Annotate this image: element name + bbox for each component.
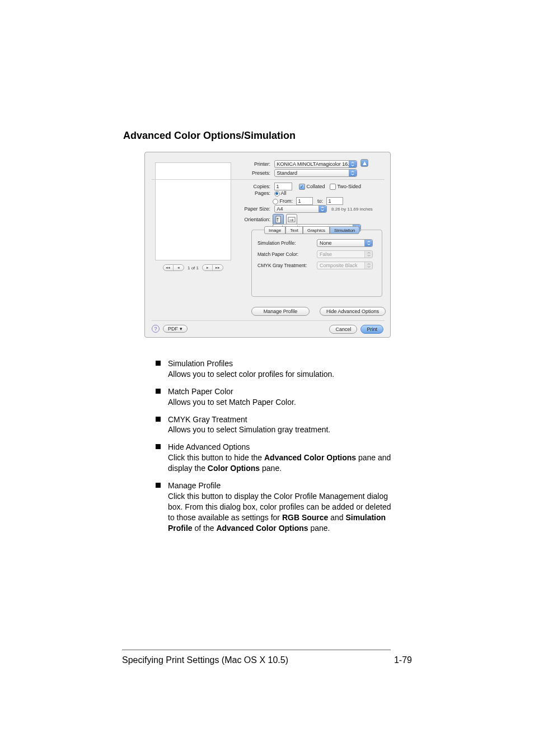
item-desc: Allows you to select Simulation gray tre… xyxy=(168,424,392,435)
pages-all-label: All xyxy=(281,190,287,196)
preview-pager: ◂◂◂ 1 of 1 ▸▸▸ xyxy=(155,264,231,271)
match-paper-value: False xyxy=(320,251,332,257)
pager-text: 1 of 1 xyxy=(188,265,199,270)
color-options-tabgroup: Image Text Graphics Simulation Simulatio… xyxy=(251,230,382,297)
cancel-button[interactable]: Cancel xyxy=(329,325,357,334)
pages-to-input[interactable]: 1 xyxy=(326,197,343,205)
copies-label: Copies: xyxy=(239,184,270,189)
sim-profile-value: None xyxy=(320,240,332,246)
footer-title: Specifying Print Settings (Mac OS X 10.5… xyxy=(122,655,288,665)
footer-rule xyxy=(122,650,391,650)
pager-next-group[interactable]: ▸▸▸ xyxy=(202,264,223,271)
sim-profile-label: Simulation Profile: xyxy=(257,240,313,246)
pages-label: Pages: xyxy=(239,190,270,196)
item-title: CMYK Gray Treatment xyxy=(168,414,392,425)
collated-label: Collated xyxy=(307,184,325,189)
presets-label: Presets: xyxy=(239,170,270,176)
item-desc: Click this button to display the Color P… xyxy=(168,491,392,534)
printer-select[interactable]: KONICA MINOLTAmagicolor 16... xyxy=(274,160,357,168)
item-title: Match Paper Color xyxy=(168,386,392,397)
item-title: Manage Profile xyxy=(168,480,392,491)
copies-input[interactable]: 1 xyxy=(274,183,292,190)
body-text: Simulation Profiles Allows you to select… xyxy=(154,358,392,540)
cmyk-gray-select: Composite Black xyxy=(317,262,373,269)
print-dialog: ◂◂◂ 1 of 1 ▸▸▸ Printer: KONICA MINOLTAma… xyxy=(144,152,391,338)
manage-profile-button[interactable]: Manage Profile xyxy=(251,307,310,316)
printer-status-icon[interactable] xyxy=(360,159,368,167)
item-desc: Click this button to hide the Advanced C… xyxy=(168,452,392,474)
orientation-label: Orientation: xyxy=(239,217,270,222)
tab-text[interactable]: Text xyxy=(285,226,303,234)
pdf-menu-button[interactable]: PDF ▾ xyxy=(163,325,188,333)
item-title: Simulation Profiles xyxy=(168,358,392,369)
help-icon[interactable]: ? xyxy=(152,325,160,333)
item-title: Hide Advanced Options xyxy=(168,442,392,452)
pager-prev-group[interactable]: ◂◂◂ xyxy=(163,264,184,271)
pages-to-label: to: xyxy=(317,198,323,204)
cmyk-gray-label: CMYK Gray Treatment: xyxy=(257,263,313,268)
pages-from-label: From: xyxy=(280,198,293,204)
paper-size-value: A4 xyxy=(277,206,283,212)
page-number: 1-79 xyxy=(394,655,412,665)
pages-from-input[interactable]: 1 xyxy=(296,197,313,205)
paper-size-select[interactable]: A4 xyxy=(274,205,327,213)
list-item: Manage Profile Click this button to disp… xyxy=(154,480,392,533)
svg-rect-1 xyxy=(288,217,295,222)
item-desc: Allows you to set Match Paper Color. xyxy=(168,397,392,408)
list-item: Simulation Profiles Allows you to select… xyxy=(154,358,392,380)
collated-checkbox[interactable] xyxy=(299,184,305,190)
twosided-label: Two-Sided xyxy=(337,184,361,189)
paper-dim: 8.26 by 11.69 inches xyxy=(331,207,373,212)
list-item: Hide Advanced Options Click this button … xyxy=(154,442,392,474)
printer-label: Printer: xyxy=(239,161,270,167)
tab-simulation[interactable]: Simulation xyxy=(330,226,359,234)
print-button[interactable]: Print xyxy=(360,325,383,334)
presets-select[interactable]: Standard xyxy=(274,169,357,177)
twosided-checkbox[interactable] xyxy=(330,184,336,190)
printer-value: KONICA MINOLTAmagicolor 16... xyxy=(277,161,352,167)
tab-graphics[interactable]: Graphics xyxy=(303,226,330,234)
orientation-portrait[interactable] xyxy=(273,214,284,225)
pages-from-radio[interactable] xyxy=(273,199,278,204)
orientation-landscape[interactable] xyxy=(286,214,297,225)
svg-rect-0 xyxy=(276,216,280,223)
list-item: CMYK Gray Treatment Allows you to select… xyxy=(154,414,392,436)
cmyk-gray-value: Composite Black xyxy=(320,263,358,268)
paper-size-label: Paper Size: xyxy=(239,206,270,212)
hide-advanced-button[interactable]: Hide Advanced Options xyxy=(320,307,386,316)
presets-value: Standard xyxy=(277,170,298,176)
sim-profile-select[interactable]: None xyxy=(317,239,373,247)
item-desc: Allows you to select color profiles for … xyxy=(168,369,392,380)
page-preview xyxy=(155,162,231,260)
tab-image[interactable]: Image xyxy=(264,226,285,234)
match-paper-select: False xyxy=(317,250,373,258)
pages-all-radio[interactable] xyxy=(274,191,280,197)
section-heading: Advanced Color Options/Simulation xyxy=(123,130,296,142)
match-paper-label: Match Paper Color: xyxy=(257,251,313,257)
list-item: Match Paper Color Allows you to set Matc… xyxy=(154,386,392,408)
